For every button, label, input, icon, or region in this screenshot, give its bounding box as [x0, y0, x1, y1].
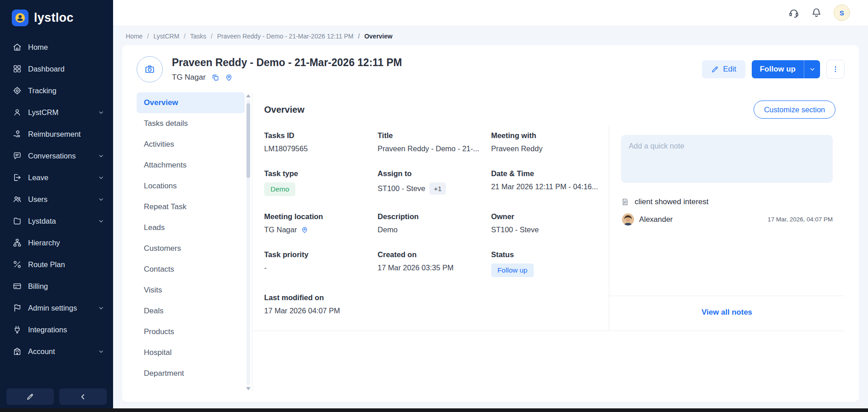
lystcrm-icon: [13, 108, 22, 117]
tab-locations[interactable]: Locations: [137, 176, 245, 196]
main-area: S Home LystCRM Tasks Praveen Reddy - Dem…: [113, 0, 868, 412]
task-card: Praveen Reddy - Demo - 21-Mar-2026 12:11…: [122, 45, 859, 402]
tab-customers[interactable]: Customers: [137, 238, 245, 259]
chevron-down-icon: [809, 66, 816, 72]
copy-icon: [211, 73, 219, 81]
task-type-badge: Demo: [264, 182, 295, 196]
notifications-button[interactable]: [811, 7, 822, 18]
tab-activities[interactable]: Activities: [137, 134, 245, 155]
sidebar-item-dashboard[interactable]: Dashboard: [0, 58, 113, 80]
follow-up-button[interactable]: Follow up: [752, 60, 804, 78]
edit-button-label: Edit: [723, 65, 736, 74]
more-options-button[interactable]: [826, 60, 844, 79]
description-value: Demo: [378, 225, 398, 234]
sidebar-item-tracking[interactable]: Tracking: [0, 80, 113, 101]
tab-deals[interactable]: Deals: [137, 301, 245, 321]
chevron-down-icon: [98, 175, 104, 181]
sidebar-item-label: Integrations: [28, 326, 67, 334]
tab-hospital[interactable]: Hospital: [137, 342, 245, 363]
chevron-down-icon: [98, 153, 104, 159]
sidebar-item-label: Billing: [28, 282, 48, 291]
sidebar-item-label: Dashboard: [28, 65, 65, 73]
sidebar-item-lystcrm[interactable]: LystCRM: [0, 101, 113, 123]
note-text: client showed interest: [635, 197, 708, 206]
tab-leads[interactable]: Leads: [137, 217, 245, 238]
tabs-scrollbar[interactable]: [245, 92, 252, 391]
sidebar-item-billing[interactable]: Billing: [0, 275, 113, 297]
customize-section-button[interactable]: Customize section: [754, 101, 835, 119]
scrollbar-track[interactable]: [247, 100, 250, 385]
sidebar-nav: Home Dashboard Tracking LystCRM Reimburs…: [0, 34, 113, 384]
breadcrumb-home[interactable]: Home: [126, 33, 142, 40]
title-value: Praveen Reddy - Demo - 21-...: [378, 144, 479, 153]
status-badge: Follow up: [491, 263, 534, 277]
user-avatar[interactable]: S: [834, 5, 850, 21]
compose-button[interactable]: [6, 388, 54, 405]
tab-tasks-details[interactable]: Tasks details: [137, 113, 245, 134]
tab-attachments[interactable]: Attachments: [137, 155, 245, 176]
breadcrumb-task-name[interactable]: Praveen Reddy - Demo - 21-Mar-2026 12:11…: [206, 33, 354, 40]
tab-department[interactable]: Department: [137, 363, 245, 384]
logo[interactable]: lystloc: [0, 0, 113, 34]
breadcrumb-overview: Overview: [354, 33, 393, 40]
page-title: Praveen Reddy - Demo - 21-Mar-2026 12:11…: [172, 57, 402, 69]
copy-button[interactable]: [211, 73, 219, 81]
sidebar-item-hierarchy[interactable]: Hierarchy: [0, 232, 113, 254]
tab-products[interactable]: Products: [137, 321, 245, 342]
edit-button[interactable]: Edit: [702, 60, 745, 78]
field-created-on: Created on 17 Mar 2026 03:35 PM: [378, 250, 483, 277]
scroll-up-arrow[interactable]: [246, 94, 251, 97]
field-task-priority: Task priority -: [264, 250, 370, 277]
assign-to-more-chip[interactable]: +1: [429, 182, 446, 195]
view-all-notes-link[interactable]: View all notes: [702, 308, 752, 316]
breadcrumb-lystcrm[interactable]: LystCRM: [142, 33, 179, 40]
lystloc-logo-icon: [12, 10, 28, 26]
dashboard-icon: [13, 64, 22, 73]
sidebar-item-integrations[interactable]: Integrations: [0, 319, 113, 340]
task-photo-upload[interactable]: [137, 56, 163, 82]
sidebar-item-route-plan[interactable]: Route Plan: [0, 254, 113, 275]
note-document-icon: [621, 198, 629, 206]
sidebar-item-label: Tracking: [28, 86, 57, 95]
account-icon: [13, 347, 22, 356]
field-last-modified-on: Last modified on 17 Mar 2026 04:07 PM: [264, 293, 370, 315]
sidebar-item-lystdata[interactable]: Lystdata: [0, 210, 113, 232]
hierarchy-icon: [13, 238, 22, 247]
sidebar-item-reimbursement[interactable]: Reimbursement: [0, 123, 113, 145]
scrollbar-thumb[interactable]: [247, 103, 250, 178]
support-button[interactable]: [788, 7, 799, 18]
tab-contacts[interactable]: Contacts: [137, 259, 245, 280]
collapse-sidebar-button[interactable]: [59, 388, 107, 405]
breadcrumb-tasks[interactable]: Tasks: [179, 33, 206, 40]
bell-icon: [811, 7, 822, 18]
field-date-time: Date & Time 21 Mar 2026 12:11 PM - 04:16…: [491, 169, 598, 196]
integrations-icon: [13, 325, 22, 334]
content: Home LystCRM Tasks Praveen Reddy - Demo …: [113, 25, 868, 412]
follow-up-dropdown-button[interactable]: [804, 60, 820, 78]
meeting-location-map-button[interactable]: [301, 226, 308, 234]
sidebar-item-home[interactable]: Home: [0, 36, 113, 58]
overview-body: Tasks ID LM18079565 Title Praveen Reddy …: [252, 126, 844, 331]
chevron-left-icon: [79, 393, 87, 401]
sidebar-item-leave[interactable]: Leave: [0, 167, 113, 188]
scroll-down-arrow[interactable]: [246, 387, 251, 390]
sidebar-item-account[interactable]: Account: [0, 340, 113, 362]
tab-repeat-task[interactable]: Repeat Task: [137, 196, 245, 217]
quick-note-input[interactable]: [621, 135, 833, 183]
meeting-location-value: TG Nagar: [264, 225, 297, 234]
field-title: Title Praveen Reddy - Demo - 21-...: [378, 131, 483, 153]
overview-header: Overview Customize section: [252, 92, 844, 126]
field-tasks-id: Tasks ID LM18079565: [264, 131, 370, 153]
map-pin-button[interactable]: [225, 73, 233, 81]
field-status: Status Follow up: [491, 250, 598, 277]
sidebar-item-admin-settings[interactable]: Admin settings: [0, 297, 113, 319]
tab-overview[interactable]: Overview: [137, 92, 245, 113]
logo-text: lystloc: [34, 11, 74, 25]
sidebar-item-users[interactable]: Users: [0, 188, 113, 210]
tab-visits[interactable]: Visits: [137, 280, 245, 301]
task-title-block: Praveen Reddy - Demo - 21-Mar-2026 12:11…: [172, 57, 402, 82]
overview-heading: Overview: [264, 105, 304, 115]
notes-body: client showed interest Alexander 17 Mar,…: [609, 126, 844, 296]
task-location: TG Nagar: [172, 73, 206, 82]
sidebar-item-conversations[interactable]: Conversations: [0, 145, 113, 167]
